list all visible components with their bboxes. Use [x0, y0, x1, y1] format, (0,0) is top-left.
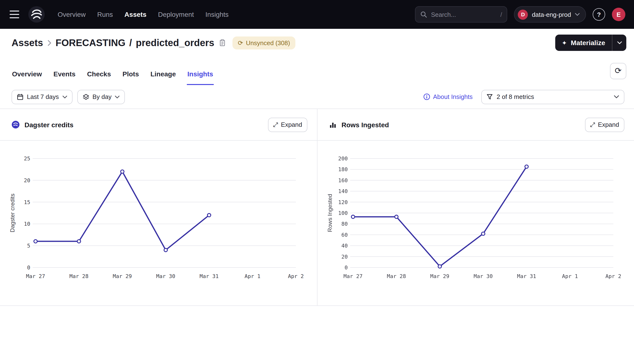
- chevron-down-icon: [575, 13, 580, 16]
- svg-text:0: 0: [344, 264, 348, 270]
- expand-label: Expand: [598, 121, 619, 128]
- sparkle-icon: ✦: [562, 40, 567, 46]
- charts-section: Dagster credits ⤢ Expand 0510152025Mar 2…: [0, 109, 634, 306]
- copy-asset-icon[interactable]: [218, 39, 226, 46]
- primary-nav: Overview Runs Assets Deployment Insights: [58, 10, 228, 18]
- search-input[interactable]: [431, 11, 497, 18]
- svg-text:Apr 1: Apr 1: [244, 273, 260, 279]
- search-shortcut-hint: /: [500, 11, 502, 18]
- svg-text:10: 10: [24, 221, 30, 227]
- svg-text:Apr 2: Apr 2: [606, 273, 621, 279]
- materialize-options-button[interactable]: [612, 34, 626, 51]
- unsynced-status-badge[interactable]: ⟳ Unsynced (308): [232, 36, 295, 49]
- deployment-switcher[interactable]: D data-eng-prod: [514, 6, 586, 22]
- materialize-label: Materialize: [571, 39, 605, 46]
- svg-text:180: 180: [338, 166, 348, 172]
- svg-text:0: 0: [27, 264, 30, 270]
- status-badge-label: Unsynced (308): [246, 39, 290, 46]
- metrics-filter-select[interactable]: 2 of 8 metrics: [481, 90, 624, 104]
- dagster-logo[interactable]: [28, 6, 45, 23]
- app-root: Overview Runs Assets Deployment Insights…: [0, 0, 634, 364]
- layers-icon: [82, 94, 89, 100]
- refresh-icon: ⟳: [615, 67, 622, 75]
- tab-insights[interactable]: Insights: [187, 70, 214, 85]
- svg-text:20: 20: [24, 178, 30, 184]
- chevron-down-icon: [617, 41, 622, 44]
- granularity-label: By day: [92, 93, 112, 100]
- expand-label: Expand: [281, 121, 302, 128]
- insights-filter-bar: Last 7 days By day About Insig: [0, 85, 634, 109]
- search-icon: [420, 11, 427, 18]
- svg-text:200: 200: [338, 156, 348, 162]
- svg-text:15: 15: [24, 199, 30, 205]
- svg-text:Dagster credits: Dagster credits: [9, 194, 16, 232]
- tab-lineage[interactable]: Lineage: [150, 70, 176, 85]
- tab-plots[interactable]: Plots: [122, 70, 139, 85]
- svg-text:140: 140: [338, 188, 348, 194]
- svg-text:Mar 28: Mar 28: [70, 273, 88, 279]
- question-mark-icon: ?: [597, 11, 601, 18]
- svg-text:Mar 27: Mar 27: [344, 273, 362, 279]
- chevron-down-icon: [62, 95, 67, 98]
- tab-checks[interactable]: Checks: [86, 70, 112, 85]
- help-button[interactable]: ?: [593, 8, 605, 21]
- refresh-button[interactable]: ⟳: [610, 63, 626, 79]
- svg-text:Apr 2: Apr 2: [288, 273, 304, 279]
- user-avatar[interactable]: E: [612, 8, 625, 21]
- search-box[interactable]: /: [415, 6, 508, 22]
- asset-tabs-row: Overview Events Checks Plots Lineage Ins…: [0, 57, 634, 85]
- chevron-down-icon: [115, 95, 120, 98]
- tab-events[interactable]: Events: [53, 70, 76, 85]
- granularity-dropdown[interactable]: By day: [77, 90, 125, 104]
- panel-header: Rows Ingested ⤢ Expand: [318, 109, 634, 141]
- dagster-credits-panel: Dagster credits ⤢ Expand 0510152025Mar 2…: [0, 109, 317, 306]
- nav-item-insights[interactable]: Insights: [205, 10, 228, 18]
- expand-button[interactable]: ⤢ Expand: [268, 118, 308, 132]
- breadcrumb-group-link[interactable]: FORECASTING: [56, 37, 125, 48]
- chevron-right-icon: [47, 40, 51, 46]
- expand-icon: ⤢: [273, 122, 278, 128]
- svg-text:100: 100: [338, 210, 348, 216]
- svg-text:120: 120: [338, 199, 348, 205]
- funnel-icon: [486, 94, 493, 100]
- panel-header: Dagster credits ⤢ Expand: [0, 109, 317, 141]
- top-nav: Overview Runs Assets Deployment Insights…: [0, 0, 634, 29]
- dagster-logo-icon: [28, 6, 45, 23]
- rows-ingested-panel: Rows Ingested ⤢ Expand 02040608010012014…: [317, 109, 634, 306]
- breadcrumb-assets-link[interactable]: Assets: [12, 37, 43, 48]
- svg-text:Mar 31: Mar 31: [200, 273, 218, 279]
- menu-button[interactable]: [10, 9, 21, 20]
- svg-text:Mar 31: Mar 31: [517, 273, 536, 279]
- bar-chart-icon: [329, 121, 337, 128]
- expand-button[interactable]: ⤢ Expand: [585, 118, 624, 132]
- nav-item-overview[interactable]: Overview: [58, 10, 86, 18]
- chart-title: Rows Ingested: [342, 121, 389, 128]
- rows-ingested-chart: 020406080100120140160180200Mar 27Mar 28M…: [318, 141, 634, 306]
- svg-text:Mar 29: Mar 29: [430, 273, 449, 279]
- nav-item-deployment[interactable]: Deployment: [158, 10, 194, 18]
- sync-icon: ⟳: [238, 40, 243, 46]
- materialize-button[interactable]: ✦ Materialize: [555, 34, 612, 51]
- about-insights-link[interactable]: About Insights: [423, 93, 472, 100]
- about-insights-label: About Insights: [433, 93, 472, 100]
- tab-overview[interactable]: Overview: [12, 70, 42, 85]
- deployment-name: data-eng-prod: [532, 11, 571, 18]
- date-range-label: Last 7 days: [27, 93, 59, 100]
- dagster-credits-chart: 0510152025Mar 27Mar 28Mar 29Mar 30Mar 31…: [0, 141, 317, 306]
- dagster-icon: [12, 120, 20, 129]
- info-icon: [423, 93, 430, 100]
- svg-text:Mar 27: Mar 27: [26, 273, 45, 279]
- breadcrumb-row: Assets FORECASTING / predicted_orders ⟳ …: [0, 29, 634, 57]
- svg-text:40: 40: [342, 243, 348, 249]
- nav-item-runs[interactable]: Runs: [97, 10, 113, 18]
- svg-text:60: 60: [342, 232, 348, 238]
- chevron-down-icon: [614, 95, 619, 98]
- date-range-dropdown[interactable]: Last 7 days: [12, 90, 72, 104]
- nav-item-assets[interactable]: Assets: [124, 10, 146, 18]
- svg-text:Apr 1: Apr 1: [562, 273, 578, 279]
- filter-right-cluster: About Insights 2 of 8 metrics: [423, 90, 624, 104]
- metrics-filter-label: 2 of 8 metrics: [497, 93, 534, 100]
- asset-tabs: Overview Events Checks Plots Lineage Ins…: [12, 57, 214, 85]
- svg-text:80: 80: [342, 221, 348, 227]
- svg-text:5: 5: [27, 243, 30, 249]
